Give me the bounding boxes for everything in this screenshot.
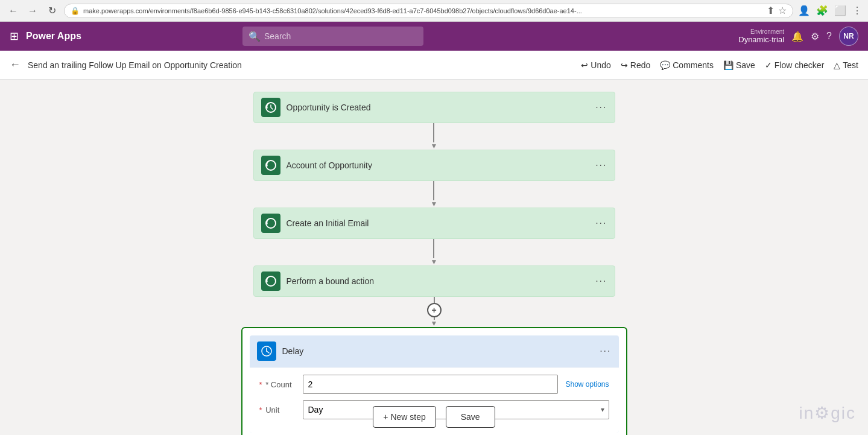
help-icon[interactable]: ? — [826, 31, 832, 42]
step-2-more[interactable]: ··· — [595, 160, 607, 171]
step-1-more[interactable]: ··· — [595, 102, 607, 113]
back-nav-button[interactable]: ← — [6, 4, 21, 18]
step-1-label: Opportunity is Created — [287, 103, 590, 112]
bottom-bar: + New step Save — [0, 399, 868, 435]
step-1-icon — [261, 98, 280, 117]
arrow-down-icon-3: ▼ — [431, 258, 438, 265]
bottom-save-button[interactable]: Save — [446, 406, 495, 428]
redo-icon: ↪ — [621, 60, 628, 70]
step-4-more[interactable]: ··· — [595, 276, 607, 287]
undo-icon: ↩ — [581, 60, 588, 70]
arrow-down-icon-2: ▼ — [431, 200, 438, 208]
connector-2-3: ▼ — [431, 181, 438, 208]
connector-line-top — [433, 123, 434, 130]
pa-header: ⊞ Power Apps 🔍 Environment Dynamic-trial… — [0, 22, 868, 51]
comments-button[interactable]: 💬 Comments — [660, 60, 714, 70]
conn-line-1 — [434, 297, 435, 303]
connector-line-bottom-2 — [433, 188, 434, 200]
puzzle-icon[interactable]: 🧩 — [816, 5, 828, 16]
step-4-label: Perform a bound action — [287, 276, 590, 286]
toolbar-actions: ↩ Undo ↪ Redo 💬 Comments 💾 Save ✓ Flow c… — [581, 60, 858, 70]
count-input[interactable] — [303, 375, 559, 394]
browser-bar: ← → ↻ 🔒 make.powerapps.com/environments/… — [0, 0, 868, 22]
comments-icon: 💬 — [660, 60, 670, 70]
app-logo: Power Apps — [26, 31, 81, 42]
search-bar[interactable]: 🔍 — [242, 27, 423, 46]
settings-icon[interactable]: ⚙ — [811, 31, 819, 42]
sub-header: ← Send an trailing Follow Up Email on Op… — [0, 51, 868, 80]
connector-line-bottom — [433, 130, 434, 142]
delay-more-button[interactable]: ··· — [600, 346, 611, 357]
profile-icon[interactable]: 👤 — [798, 5, 810, 16]
refresh-nav-button[interactable]: ↻ — [45, 4, 59, 18]
step-4-icon — [261, 271, 280, 291]
flow-container: Opportunity is Created ··· ▼ Account of … — [0, 92, 868, 435]
connector-1-2: ▼ — [431, 123, 438, 150]
forward-nav-button[interactable]: → — [25, 4, 40, 18]
connector-plus-area: + ▼ — [427, 297, 442, 327]
arrow-down-icon: ▼ — [431, 142, 438, 150]
notification-icon[interactable]: 🔔 — [791, 31, 803, 42]
step-card-3[interactable]: Create an Initial Email ··· — [253, 208, 615, 239]
lock-icon: 🔒 — [71, 7, 80, 15]
svg-line-6 — [267, 351, 269, 353]
share-icon[interactable]: ⬆ — [767, 5, 775, 16]
back-button[interactable]: ← — [10, 59, 21, 71]
window-icon[interactable]: ⬜ — [834, 5, 846, 16]
environment-info: Environment Dynamic-trial — [738, 28, 784, 44]
save-icon: 💾 — [723, 60, 733, 70]
step-3-label: Create an Initial Email — [287, 218, 590, 228]
environment-name: Dynamic-trial — [738, 35, 784, 44]
menu-icon[interactable]: ⋮ — [852, 5, 862, 16]
connector-line-top-3 — [433, 239, 434, 246]
search-icon: 🔍 — [249, 31, 261, 42]
flow-title: Send an trailing Follow Up Email on Oppo… — [28, 60, 574, 70]
redo-button[interactable]: ↪ Redo — [621, 60, 650, 70]
step-3-more[interactable]: ··· — [595, 218, 607, 229]
star-icon[interactable]: ☆ — [778, 5, 787, 16]
show-options-button[interactable]: Show options — [565, 380, 609, 389]
save-toolbar-button[interactable]: 💾 Save — [723, 60, 755, 70]
url-text: make.powerapps.com/environments/f8ae6b6d… — [83, 7, 763, 14]
step-card-4[interactable]: Perform a bound action ··· — [253, 265, 615, 297]
connector-line-top-2 — [433, 181, 434, 188]
arrow-down-before-delay: ▼ — [431, 320, 438, 327]
step-3-icon — [261, 214, 280, 233]
environment-label: Environment — [738, 28, 784, 35]
add-step-button[interactable]: + — [427, 303, 442, 317]
step-2-label: Account of Opportunity — [287, 160, 590, 170]
count-field: * * Count Show options — [259, 375, 609, 394]
delay-header: Delay ··· — [250, 335, 619, 367]
new-step-button[interactable]: + New step — [373, 406, 436, 428]
url-bar[interactable]: 🔒 make.powerapps.com/environments/f8ae6b… — [64, 4, 793, 18]
step-2-icon — [261, 156, 280, 175]
step-card-2[interactable]: Account of Opportunity ··· — [253, 150, 615, 181]
test-icon: △ — [834, 60, 840, 70]
search-input[interactable] — [264, 31, 397, 41]
delay-icon — [257, 341, 276, 361]
header-right: Environment Dynamic-trial 🔔 ⚙ ? NR — [738, 27, 858, 46]
undo-button[interactable]: ↩ Undo — [581, 60, 610, 70]
delay-title: Delay — [282, 346, 594, 356]
test-button[interactable]: △ Test — [834, 60, 858, 70]
flow-checker-button[interactable]: ✓ Flow checker — [765, 60, 824, 70]
avatar[interactable]: NR — [839, 27, 858, 46]
flow-checker-icon: ✓ — [765, 60, 772, 70]
count-label: * * Count — [259, 380, 296, 389]
connector-3-4: ▼ — [431, 239, 438, 265]
grid-icon[interactable]: ⊞ — [10, 30, 19, 43]
step-card-1[interactable]: Opportunity is Created ··· — [253, 92, 615, 123]
canvas: Opportunity is Created ··· ▼ Account of … — [0, 80, 868, 435]
connector-line-bottom-3 — [433, 246, 434, 258]
